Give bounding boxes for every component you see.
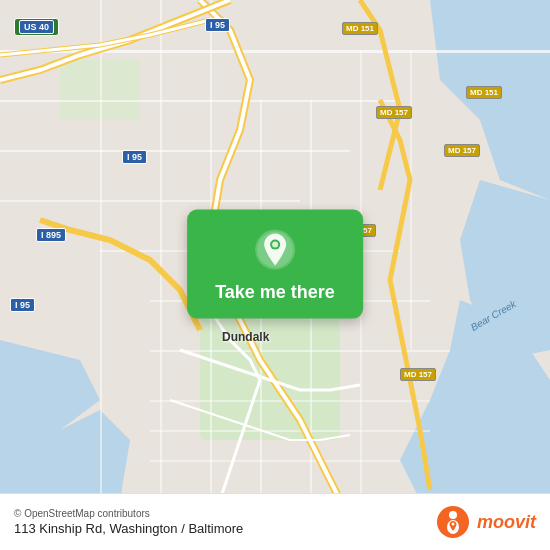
svg-rect-24 (410, 50, 412, 350)
map-container: US 40 I 95 I 95 I 895 I 95 MD 151 MD 151… (0, 0, 550, 550)
shield-i95-top: I 95 (205, 18, 230, 32)
shield-md157-mid1: MD 157 (444, 144, 480, 157)
svg-rect-17 (150, 460, 400, 462)
address-text: 113 Kinship Rd, Washington / Baltimore (14, 521, 243, 536)
moovit-text: moovit (477, 512, 536, 533)
moovit-logo-icon (435, 504, 471, 540)
svg-point-28 (272, 242, 278, 248)
svg-point-33 (451, 523, 454, 526)
shield-md151-top: MD 151 (342, 22, 378, 35)
button-label: Take me there (215, 282, 335, 303)
svg-rect-19 (160, 0, 162, 500)
shield-i895: I 895 (36, 228, 66, 242)
moovit-logo: moovit (435, 504, 536, 540)
svg-point-31 (449, 511, 457, 519)
shield-md157-top: MD 157 (376, 106, 412, 119)
shield-md157-bot: MD 157 (400, 368, 436, 381)
shield-us40: US 40 (14, 18, 59, 36)
bottom-bar: © OpenStreetMap contributors 113 Kinship… (0, 493, 550, 550)
svg-rect-11 (0, 200, 300, 202)
shield-md151-right: MD 151 (466, 86, 502, 99)
svg-rect-16 (150, 430, 430, 432)
svg-rect-18 (100, 0, 102, 500)
bottom-left: © OpenStreetMap contributors 113 Kinship… (14, 508, 243, 536)
shield-i95-mid: I 95 (122, 150, 147, 164)
shield-i95-bot: I 95 (10, 298, 35, 312)
svg-rect-10 (0, 150, 350, 152)
take-me-there-button[interactable]: Take me there (187, 210, 363, 319)
pin-icon (253, 228, 297, 272)
svg-rect-9 (0, 100, 400, 102)
dundalk-label: Dundalk (222, 330, 269, 344)
attribution-text: © OpenStreetMap contributors (14, 508, 243, 519)
